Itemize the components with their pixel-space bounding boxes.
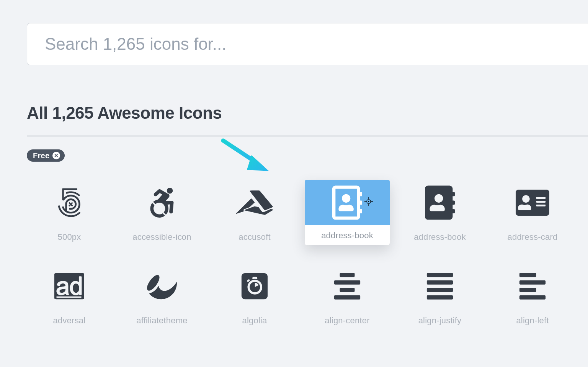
icon-label: algolia xyxy=(242,309,267,326)
icon-label: align-justify xyxy=(418,309,462,326)
address-book-icon xyxy=(397,180,482,225)
accessible-icon-icon xyxy=(119,180,204,225)
icon-card-address-book-regular[interactable]: address-book xyxy=(305,180,390,245)
divider xyxy=(27,135,588,137)
icon-label: address-book xyxy=(414,225,466,242)
filter-tag-free[interactable]: Free ✕ xyxy=(27,149,65,162)
icon-label: 500px xyxy=(58,225,81,242)
icon-card-align-left[interactable]: align-left xyxy=(490,264,575,329)
icon-label: align-left xyxy=(516,309,549,326)
align-left-icon xyxy=(490,264,575,309)
accusoft-icon xyxy=(212,180,297,225)
adversal-icon xyxy=(27,264,112,309)
icon-card-address-card[interactable]: address-card xyxy=(490,180,575,245)
page-title: All 1,265 Awesome Icons xyxy=(27,103,588,123)
icon-label: address-book xyxy=(321,225,373,245)
500px-icon xyxy=(27,180,112,225)
icon-label: accusoft xyxy=(238,225,271,242)
icon-grid: 500px accessible-icon accusoft address-b… xyxy=(27,180,575,329)
icon-card-adversal[interactable]: adversal xyxy=(27,264,112,329)
icon-card-accessible-icon[interactable]: accessible-icon xyxy=(119,180,204,245)
align-justify-icon xyxy=(397,264,482,309)
algolia-icon xyxy=(212,264,297,309)
icon-label: affiliatetheme xyxy=(136,309,187,326)
icon-card-algolia[interactable]: algolia xyxy=(212,264,297,329)
close-icon[interactable]: ✕ xyxy=(52,152,60,159)
filter-tag-label: Free xyxy=(33,152,49,159)
filter-row: Free ✕ xyxy=(27,149,588,162)
icon-card-address-book-solid[interactable]: address-book xyxy=(397,180,482,245)
affiliatetheme-icon xyxy=(119,264,204,309)
icon-card-align-center[interactable]: align-center xyxy=(305,264,390,329)
icon-label: align-center xyxy=(325,309,369,326)
search-input[interactable] xyxy=(27,23,588,65)
address-book-icon xyxy=(305,180,390,225)
icon-label: accessible-icon xyxy=(132,225,191,242)
icon-card-affiliatetheme[interactable]: affiliatetheme xyxy=(119,264,204,329)
icon-card-align-justify[interactable]: align-justify xyxy=(397,264,482,329)
address-card-icon xyxy=(490,180,575,225)
icon-label: adversal xyxy=(53,309,86,326)
icon-card-500px[interactable]: 500px xyxy=(27,180,112,245)
icon-card-accusoft[interactable]: accusoft xyxy=(212,180,297,245)
icon-label: address-card xyxy=(508,225,558,242)
align-center-icon xyxy=(305,264,390,309)
